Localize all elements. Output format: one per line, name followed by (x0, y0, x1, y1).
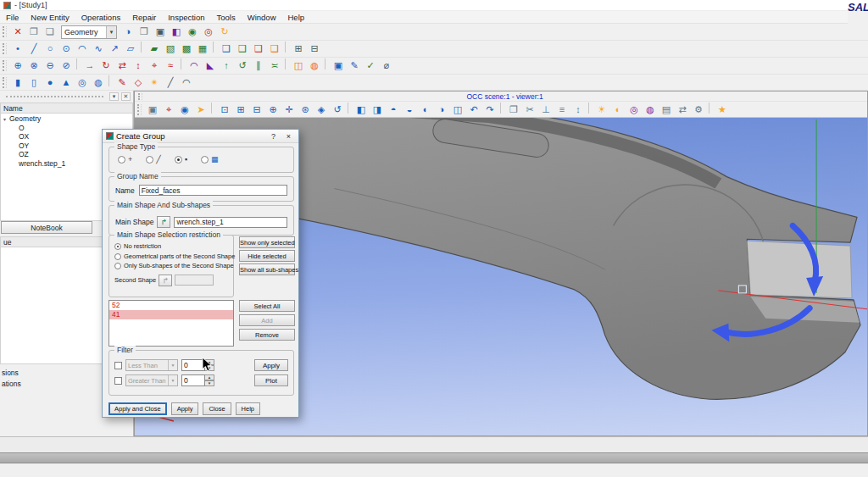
rotate-left-icon[interactable]: ↶ (466, 103, 481, 117)
shading-icon[interactable]: ◐ (610, 103, 626, 117)
dump-view-icon[interactable]: ▣ (145, 103, 160, 117)
toolbar-drag-handle[interactable] (3, 26, 7, 37)
fit-selection-icon[interactable]: ⊟ (249, 103, 264, 117)
scale-icon[interactable]: ↕ (131, 58, 146, 73)
tree-item[interactable]: ▾ Geometry (1, 114, 132, 124)
sphere-icon[interactable]: ● (42, 75, 58, 90)
rotation-point-icon[interactable]: ◈ (314, 103, 329, 117)
shape-type-solid[interactable]: ▦ (201, 156, 219, 164)
partition-icon[interactable]: ◫ (291, 58, 306, 73)
new-window-icon[interactable]: ❒ (136, 25, 152, 39)
preselection-icon[interactable]: ◉ (177, 103, 192, 117)
restriction-option[interactable]: No restriction (114, 242, 233, 252)
sketch-3d-icon[interactable]: ◇ (131, 75, 146, 90)
fit-all-icon[interactable]: ⊡ (217, 103, 232, 117)
rotate-right-icon[interactable]: ↷ (482, 103, 498, 117)
doc-yellow-icon[interactable]: ❑ (267, 42, 282, 56)
second-shape-pick-button[interactable]: ↱ (159, 275, 172, 286)
toolbar-drag-handle[interactable] (3, 77, 7, 88)
filter-action-button[interactable]: Apply (254, 359, 288, 371)
cut-icon[interactable]: ⊖ (42, 58, 58, 73)
module-combo[interactable]: Geometry ▼ (61, 25, 117, 39)
cone-icon[interactable]: ▲ (58, 75, 74, 90)
graduated-axes-icon[interactable]: ≡ (554, 103, 570, 117)
filter-action-button[interactable]: Plot (254, 374, 288, 386)
section-icon[interactable]: ⊘ (58, 58, 74, 73)
back-view-icon[interactable]: ◨ (370, 103, 385, 117)
settings-icon[interactable]: ⚙ (691, 103, 706, 117)
mirror-icon[interactable]: ⇄ (114, 58, 130, 73)
dialog-help-icon[interactable]: ? (267, 130, 280, 141)
sync-views-icon[interactable]: ⇄ (675, 103, 690, 117)
point-icon[interactable]: • (10, 42, 25, 56)
erase-all-icon[interactable]: ◎ (201, 25, 216, 39)
group-name-input[interactable]: Fixed_faces (139, 185, 287, 196)
face-icon[interactable]: ▰ (147, 42, 162, 56)
measure-icon[interactable]: ⌀ (379, 58, 394, 73)
copy-icon[interactable]: ❐ (26, 25, 42, 39)
radio-button[interactable] (118, 156, 125, 164)
spin-up-icon[interactable]: ▲ (205, 374, 214, 380)
filter-checkbox[interactable] (114, 362, 122, 369)
toolbar-drag-handle[interactable] (3, 60, 7, 71)
scaling-icon[interactable]: ↕ (570, 103, 586, 117)
radio-button[interactable] (146, 156, 153, 164)
edit-group-icon[interactable]: ✎ (347, 58, 362, 73)
shape-type-face[interactable]: ▪ (175, 156, 187, 164)
vector-icon[interactable]: ↗ (107, 42, 122, 56)
filter-value-spinbox[interactable]: 0 ▲▼ (181, 374, 214, 386)
menu-item[interactable]: New Entity (25, 11, 75, 24)
radio-button[interactable] (175, 156, 182, 164)
toolbar-drag-handle[interactable] (3, 43, 7, 54)
viewer-drag-handle[interactable] (138, 93, 142, 100)
viewer-toolbar-handle[interactable] (137, 104, 142, 115)
archimede-icon[interactable]: ◍ (307, 58, 322, 73)
iso-view-icon[interactable]: ◫ (450, 103, 465, 117)
chamfer-icon[interactable]: ◣ (203, 58, 218, 73)
subshape-id-item[interactable]: 41 (109, 310, 233, 319)
check-shape-icon[interactable]: ✓ (363, 58, 378, 73)
offset-icon[interactable]: ≈ (163, 58, 178, 73)
shell-icon[interactable]: ▧ (163, 42, 178, 56)
arc-icon[interactable]: ◠ (75, 42, 90, 56)
menu-item[interactable]: Help (282, 11, 311, 24)
translate-icon[interactable]: → (82, 58, 97, 73)
show-filter-button[interactable]: Hide selected (239, 250, 295, 262)
rotate-view-icon[interactable]: ↺ (330, 103, 345, 117)
dialog-bottom-button[interactable]: Apply and Close (108, 402, 167, 415)
doc-green-icon[interactable]: ❑ (235, 42, 250, 56)
radio-button[interactable] (201, 156, 209, 164)
dump-view-icon[interactable]: ▣ (153, 25, 168, 39)
clipping-icon[interactable]: ✂ (522, 103, 537, 117)
radio-button[interactable] (114, 243, 121, 250)
menu-item[interactable]: File (0, 11, 25, 24)
background-icon[interactable]: ▤ (659, 103, 674, 117)
front-view-icon[interactable]: ◧ (353, 103, 369, 117)
restriction-option[interactable]: Geometrical parts of the Second Shape (114, 252, 233, 263)
ambient-light-icon[interactable]: ☀ (594, 103, 609, 117)
fuse-icon[interactable]: ⊕ (10, 58, 25, 73)
tree-expander-icon[interactable]: ▾ (2, 116, 8, 122)
axes-icon[interactable]: ⊥ (538, 103, 554, 117)
line-icon[interactable]: ╱ (26, 42, 42, 56)
subshape-id-list[interactable]: 5241 (108, 300, 234, 347)
menu-item[interactable]: Inspection (162, 11, 210, 24)
right-view-icon[interactable]: ◑ (434, 103, 449, 117)
revolve-icon[interactable]: ↺ (235, 58, 250, 73)
shape-type-edge[interactable]: ╱ (146, 156, 160, 164)
show-filter-button[interactable]: Show all sub-shapes (239, 263, 295, 275)
explode-icon[interactable]: ✴ (147, 75, 162, 90)
fillet-icon[interactable]: ◠ (186, 58, 202, 73)
display-mode-icon[interactable]: ◧ (169, 25, 184, 39)
sketch-icon[interactable]: ✎ (114, 75, 130, 90)
clone-view-icon[interactable]: ❐ (506, 103, 521, 117)
selected-face[interactable] (747, 241, 852, 298)
doc-blue-icon[interactable]: ❑ (219, 42, 234, 56)
left-view-icon[interactable]: ◐ (418, 103, 433, 117)
pipe-icon[interactable]: ∥ (251, 58, 266, 73)
create-group-icon[interactable]: ▣ (331, 58, 346, 73)
torus-icon[interactable]: ◎ (75, 75, 90, 90)
presets-icon[interactable]: ★ (715, 103, 730, 117)
ray-tracing-icon[interactable]: ◎ (626, 103, 642, 117)
show-trihedron-icon[interactable]: ⌖ (161, 103, 176, 117)
